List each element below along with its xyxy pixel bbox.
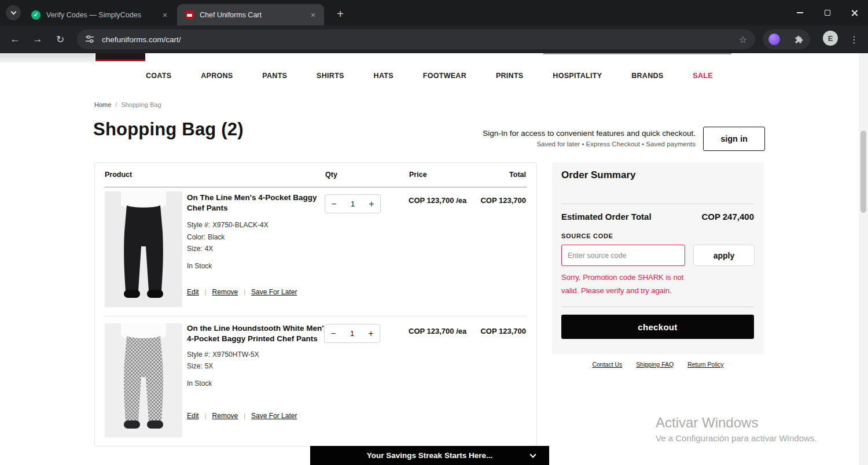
shipping-faq-link[interactable]: Shipping FAQ bbox=[636, 361, 674, 368]
item-color-row: Color:Black bbox=[187, 233, 225, 241]
item-divider bbox=[105, 316, 527, 316]
save-for-later-link[interactable]: Save For Later bbox=[251, 412, 297, 420]
nav-item-hospitality[interactable]: HOSPITALITY bbox=[553, 72, 602, 80]
sign-in-button[interactable]: sign in bbox=[703, 127, 765, 151]
tab-search-button[interactable] bbox=[6, 5, 21, 20]
nav-item-brands[interactable]: BRANDS bbox=[631, 72, 663, 80]
tab-title: Chef Uniforms Cart bbox=[200, 11, 308, 19]
chevron-down-icon[interactable] bbox=[529, 451, 536, 457]
nav-item-prints[interactable]: PRINTS bbox=[496, 72, 524, 80]
header-divider bbox=[105, 187, 527, 187]
item-total: COP 123,700 bbox=[480, 196, 526, 205]
product-image-black-pants[interactable] bbox=[105, 191, 182, 307]
item-size-row: Size:5X bbox=[187, 362, 213, 370]
extensions-area bbox=[763, 29, 810, 49]
breadcrumb-current: Shopping Bag bbox=[121, 101, 161, 108]
product-title-link[interactable]: On the Line Houndstooth White Men's 4-Po… bbox=[187, 323, 329, 344]
bookmark-star-icon[interactable]: ☆ bbox=[739, 34, 747, 45]
nav-item-pants[interactable]: PANTS bbox=[262, 72, 287, 80]
increase-qty-button[interactable]: + bbox=[363, 195, 380, 213]
estimated-total-label: Estimated Order Total bbox=[561, 212, 652, 222]
new-tab-button[interactable]: + bbox=[332, 6, 348, 22]
product-image-houndstooth-pants[interactable] bbox=[105, 323, 182, 437]
url-text[interactable]: chefuniforms.com/cart/ bbox=[102, 35, 739, 44]
summary-footer-links: Contact Us Shipping FAQ Return Policy bbox=[552, 361, 764, 368]
save-for-later-link[interactable]: Save For Later bbox=[251, 288, 297, 296]
browser-window: ✓ Verify Codes — SimplyCodes × Chef Unif… bbox=[0, 0, 868, 465]
tab-simplycodes[interactable]: ✓ Verify Codes — SimplyCodes × bbox=[23, 4, 176, 25]
checkout-button[interactable]: checkout bbox=[561, 315, 754, 339]
increase-qty-button[interactable]: + bbox=[362, 324, 380, 342]
nav-item-coats[interactable]: COATS bbox=[146, 72, 171, 80]
column-header-product: Product bbox=[105, 171, 132, 179]
color-label: Color: bbox=[187, 233, 205, 241]
watermark-line2: Ve a Configuración para activar Windows. bbox=[656, 433, 816, 443]
nav-item-hats[interactable]: HATS bbox=[374, 72, 393, 80]
column-header-qty: Qty bbox=[325, 171, 337, 179]
edit-link[interactable]: Edit bbox=[187, 288, 199, 296]
cart-table: Product Qty Price Total On The Line Men'… bbox=[94, 163, 537, 446]
breadcrumb-home-link[interactable]: Home bbox=[94, 101, 111, 108]
savings-streak-bar[interactable]: Your Savings Streak Starts Here... bbox=[310, 446, 549, 465]
item-actions: Edit | Remove | Save For Later bbox=[187, 412, 297, 420]
browser-tab-strip: ✓ Verify Codes — SimplyCodes × Chef Unif… bbox=[0, 0, 868, 25]
address-bar[interactable]: chefuniforms.com/cart/ ☆ bbox=[77, 29, 755, 49]
size-label: Size: bbox=[187, 362, 203, 370]
contact-us-link[interactable]: Contact Us bbox=[592, 361, 622, 368]
nav-item-shirts[interactable]: SHIRTS bbox=[317, 72, 344, 80]
reload-button[interactable]: ↻ bbox=[52, 31, 68, 47]
source-code-input[interactable] bbox=[561, 245, 685, 266]
main-navigation: COATS APRONS PANTS SHIRTS HATS FOOTWEAR … bbox=[146, 68, 713, 83]
breadcrumb: Home / Shopping Bag bbox=[94, 101, 161, 108]
stock-status: In Stock bbox=[187, 379, 212, 387]
nav-item-aprons[interactable]: APRONS bbox=[201, 72, 233, 80]
decrease-qty-button[interactable]: − bbox=[325, 195, 343, 213]
back-button[interactable]: ← bbox=[7, 31, 23, 47]
nav-item-footwear[interactable]: FOOTWEAR bbox=[423, 72, 466, 80]
extension-icon[interactable] bbox=[768, 34, 780, 45]
puzzle-icon[interactable] bbox=[795, 35, 804, 45]
signin-line1: Sign-In for access to convenient feature… bbox=[382, 129, 696, 138]
source-code-label: SOURCE CODE bbox=[561, 232, 613, 239]
tab-close-icon[interactable]: × bbox=[308, 10, 318, 20]
chefuniforms-favicon-icon bbox=[185, 10, 194, 19]
savings-streak-label: Your Savings Streak Starts Here... bbox=[367, 451, 492, 460]
tab-chefuniforms[interactable]: Chef Uniforms Cart × bbox=[177, 4, 324, 25]
page-scrollbar[interactable] bbox=[859, 53, 868, 465]
forward-button[interactable]: → bbox=[30, 31, 46, 47]
remove-link[interactable]: Remove bbox=[212, 412, 238, 420]
qty-value: 1 bbox=[343, 200, 363, 208]
close-window-button[interactable] bbox=[841, 0, 868, 25]
site-settings-icon[interactable] bbox=[85, 35, 94, 44]
summary-divider bbox=[561, 307, 754, 307]
browser-menu-icon[interactable]: ⋮ bbox=[846, 31, 862, 47]
edit-link[interactable]: Edit bbox=[187, 412, 199, 420]
site-logo[interactable] bbox=[95, 53, 145, 61]
size-label: Size: bbox=[187, 245, 203, 253]
style-label: Style #: bbox=[187, 350, 210, 359]
nav-item-sale[interactable]: SALE bbox=[693, 72, 713, 80]
remove-link[interactable]: Remove bbox=[212, 288, 238, 296]
scrollbar-thumb[interactable] bbox=[860, 131, 866, 213]
quantity-stepper: − 1 + bbox=[325, 194, 381, 213]
breadcrumb-separator: / bbox=[115, 101, 117, 108]
order-summary-panel: Order Summary Estimated Order Total COP … bbox=[552, 163, 764, 354]
return-policy-link[interactable]: Return Policy bbox=[687, 361, 723, 368]
browser-toolbar: ← → ↻ chefuniforms.com/cart/ ☆ E ⋮ bbox=[0, 25, 868, 53]
window-controls bbox=[786, 0, 868, 25]
item-size-row: Size:4X bbox=[187, 245, 213, 253]
tab-close-icon[interactable]: × bbox=[160, 10, 170, 20]
profile-avatar[interactable]: E bbox=[823, 31, 838, 46]
item-style-row: Style #:X9750HTW-5X bbox=[187, 350, 259, 359]
item-style-row: Style #:X9750-BLACK-4X bbox=[187, 221, 269, 229]
style-value: X9750-BLACK-4X bbox=[212, 221, 269, 229]
windows-activation-watermark: Activar Windows Ve a Configuración para … bbox=[656, 415, 816, 443]
decrease-qty-button[interactable]: − bbox=[325, 324, 342, 342]
apply-button[interactable]: apply bbox=[693, 245, 755, 266]
signin-line2: Saved for later • Express Checkout • Sav… bbox=[382, 141, 696, 147]
product-title-link[interactable]: On The Line Men's 4-Pocket Baggy Chef Pa… bbox=[187, 193, 329, 213]
minimize-button[interactable] bbox=[786, 0, 814, 25]
maximize-button[interactable] bbox=[814, 0, 841, 25]
link-separator: | bbox=[205, 289, 207, 296]
link-separator: | bbox=[244, 289, 245, 296]
